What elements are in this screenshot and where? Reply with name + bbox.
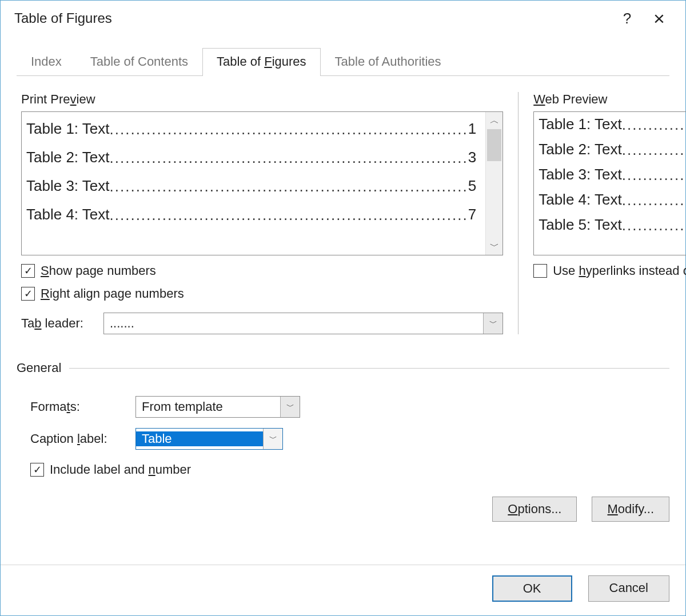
- dialog-table-of-figures: Table of Figures ? × Index Table of Cont…: [0, 0, 686, 616]
- ok-button[interactable]: OK: [492, 575, 572, 602]
- print-preview-list: Table 1: Text ..........................…: [22, 112, 485, 255]
- chevron-down-icon: ﹀: [263, 429, 282, 449]
- web-preview-box: Table 1: Text ..........................…: [533, 111, 686, 255]
- web-preview-list: Table 1: Text ..........................…: [534, 112, 686, 255]
- dialog-title: Table of Figures: [14, 10, 611, 26]
- print-preview-scrollbar[interactable]: ︿ ﹀: [485, 112, 502, 255]
- help-button[interactable]: ?: [611, 2, 643, 34]
- general-label: General: [17, 361, 61, 375]
- caption-label-label: Caption label:: [30, 431, 127, 446]
- titlebar: Table of Figures ? ×: [1, 1, 685, 36]
- cancel-button[interactable]: Cancel: [588, 575, 669, 602]
- print-preview-label: Print Preview: [21, 92, 503, 107]
- use-hyperlinks-checkbox[interactable]: Use hyperlinks instead of page numbers: [533, 263, 686, 278]
- tab-leader-label: Tab leader:: [21, 316, 95, 331]
- scroll-down-icon[interactable]: ﹀: [486, 238, 502, 255]
- close-button[interactable]: ×: [643, 2, 675, 34]
- preview-item: Table 2: Text ..........................…: [539, 142, 686, 167]
- preview-item: Table 3: Text ..........................…: [26, 171, 485, 200]
- print-preview-box: Table 1: Text ..........................…: [21, 111, 503, 255]
- preview-item: Table 4: Text ..........................…: [539, 192, 686, 217]
- preview-item: Table 5: Text ..........................…: [539, 217, 686, 232]
- preview-item: Table 1: Text ..........................…: [26, 114, 485, 143]
- options-button[interactable]: Options...: [492, 497, 577, 522]
- help-icon: ?: [623, 10, 631, 27]
- checkbox-icon: [21, 264, 35, 278]
- modify-button[interactable]: Modify...: [592, 497, 669, 522]
- caption-label-select[interactable]: Table ﹀: [135, 428, 283, 450]
- preview-item: Table 4: Text ..........................…: [26, 200, 485, 229]
- close-icon: ×: [653, 7, 665, 30]
- scroll-thumb[interactable]: [487, 129, 501, 161]
- preview-item: Table 2: Text ..........................…: [26, 143, 485, 171]
- tabstrip: Index Table of Contents Table of Figures…: [17, 47, 669, 76]
- checkbox-icon: [533, 264, 547, 278]
- chevron-down-icon: ﹀: [280, 397, 300, 417]
- preview-item: Table 1: Text ..........................…: [539, 114, 686, 142]
- tab-table-of-figures[interactable]: Table of Figures: [202, 48, 321, 76]
- checkbox-icon: [30, 463, 44, 477]
- tab-table-of-contents[interactable]: Table of Contents: [76, 48, 202, 76]
- checkbox-icon: [21, 287, 35, 301]
- tab-leader-select[interactable]: ....... ﹀: [103, 313, 503, 334]
- show-page-numbers-checkbox[interactable]: Show page numbers: [21, 263, 503, 278]
- web-preview-label: Web Preview: [533, 92, 686, 107]
- tab-table-of-authorities[interactable]: Table of Authorities: [321, 48, 456, 76]
- separator: [69, 368, 669, 369]
- right-align-page-numbers-checkbox[interactable]: Right align page numbers: [21, 286, 503, 301]
- include-label-number-checkbox[interactable]: Include label and number: [30, 462, 669, 477]
- tab-index[interactable]: Index: [17, 48, 76, 76]
- formats-label: Formats:: [30, 399, 127, 414]
- preview-item: Table 3: Text ..........................…: [539, 167, 686, 192]
- formats-select[interactable]: From template ﹀: [135, 396, 300, 418]
- chevron-down-icon: ﹀: [483, 313, 502, 334]
- scroll-up-icon[interactable]: ︿: [486, 112, 502, 129]
